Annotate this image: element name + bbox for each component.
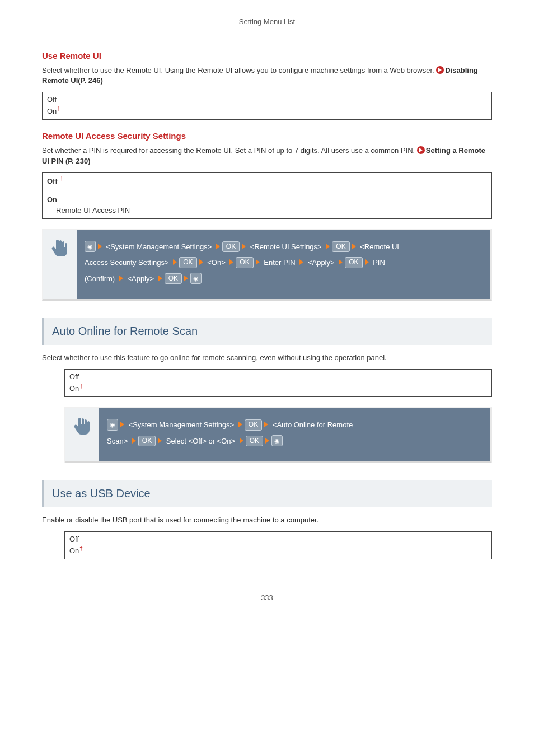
txt: (Confirm) [85,274,117,283]
arrow-icon [184,276,188,281]
desc-use-remote-ui: Select whether to use the Remote UI. Usi… [42,66,492,87]
arrow-icon [264,422,268,427]
arrow-icon [119,276,123,281]
instruction-text: ◉ <System Management Settings> OK <Auto … [99,408,490,461]
arrow-icon [242,244,246,249]
arrow-icon [326,244,330,249]
ok-key-icon: OK [332,241,349,253]
arrow-icon [158,438,162,444]
section-usb-device: Use as USB Device [42,480,492,507]
option-box-use-remote-ui: Off On† [42,92,492,120]
txt: Select <Off> or <On> [164,437,237,445]
option-on-text: On [69,547,79,555]
option-off: Off [69,534,487,545]
ok-key-icon: OK [222,241,240,253]
arrow-icon [238,422,242,427]
arrow-icon [256,259,260,265]
option-off: Off † [47,175,487,187]
desc-text: Select whether to use the Remote UI. Usi… [42,66,436,74]
option-on-text: On [47,107,57,115]
ok-key-icon: OK [179,257,196,268]
arrow-icon [265,438,269,444]
txt: <Apply> [125,274,156,283]
page-header: Setting Menu List [42,17,492,27]
home-key-icon: ◉ [107,419,118,430]
arrow-icon [339,259,343,265]
option-box-auto-online: Off On† [64,369,492,397]
option-on-text: On [69,384,79,393]
home-key-icon: ◉ [85,241,96,252]
hand-icon [72,416,92,436]
arrow-icon [240,438,243,444]
ok-key-icon: OK [246,436,263,447]
txt: <Apply> [306,258,336,267]
ok-key-icon: OK [165,273,182,284]
option-on: On [47,195,487,206]
txt: Access Security Settings> [85,258,171,267]
txt: Scan> [107,437,130,445]
option-on: On† [47,105,487,117]
desc-auto-online: Select whether to use this feature to go… [42,353,492,363]
instruction-block-security: ◉ <System Management Settings> OK <Remot… [42,229,492,301]
option-on: On† [69,382,487,394]
arrow-icon [299,259,303,265]
ok-key-icon: OK [245,419,262,431]
arrow-icon [132,438,136,444]
dagger-icon: † [57,106,60,112]
heading-remote-ui-security: Remote UI Access Security Settings [42,130,492,142]
arrow-icon [216,244,220,249]
instruction-text: ◉ <System Management Settings> OK <Remot… [77,230,490,300]
dagger-icon: † [79,545,83,552]
txt: <System Management Settings> [127,421,236,429]
ok-key-icon: OK [345,257,362,268]
desc-text: Set whether a PIN is required for access… [42,146,417,155]
home-key-icon: ◉ [271,435,283,446]
instruction-icon-col [43,230,77,300]
option-sub-pin: Remote UI Access PIN [56,206,487,216]
option-box-usb-device: Off On† [64,531,492,559]
arrow-icon [229,259,233,265]
arrow-circle-icon [436,66,444,74]
txt: Enter PIN [262,258,298,267]
arrow-icon [98,244,102,249]
instruction-block-auto-online: ◉ <System Management Settings> OK <Auto … [64,407,492,463]
ok-key-icon: OK [236,257,253,268]
desc-remote-ui-security: Set whether a PIN is required for access… [42,146,492,167]
option-off: Off [47,95,487,105]
hand-icon [50,238,70,258]
dagger-icon: † [79,383,83,389]
home-key-icon: ◉ [190,273,202,284]
arrow-icon [173,259,177,265]
ok-key-icon: OK [138,436,156,447]
option-off: Off [69,372,487,382]
txt: PIN [371,258,385,267]
heading-use-remote-ui: Use Remote UI [42,50,492,62]
arrow-icon [352,244,356,249]
page-number: 333 [42,593,492,604]
txt: <On> [205,258,228,267]
arrow-circle-icon [417,146,425,154]
arrow-icon [158,276,162,281]
txt: <Remote UI [358,242,399,251]
option-box-remote-ui-security: Off † On Remote UI Access PIN [42,172,492,219]
section-auto-online: Auto Online for Remote Scan [42,318,492,345]
desc-usb-device: Enable or disable the USB port that is u… [42,515,492,526]
txt: <Remote UI Settings> [248,242,324,251]
arrow-icon [199,259,203,265]
dagger-icon: † [60,176,63,182]
arrow-icon [120,422,124,427]
instruction-icon-col [65,408,99,461]
txt: <System Management Settings> [104,242,214,251]
arrow-icon [365,259,369,265]
txt: <Auto Online for Remote [270,421,353,429]
option-off-text: Off [47,177,58,185]
option-on: On† [69,545,487,557]
